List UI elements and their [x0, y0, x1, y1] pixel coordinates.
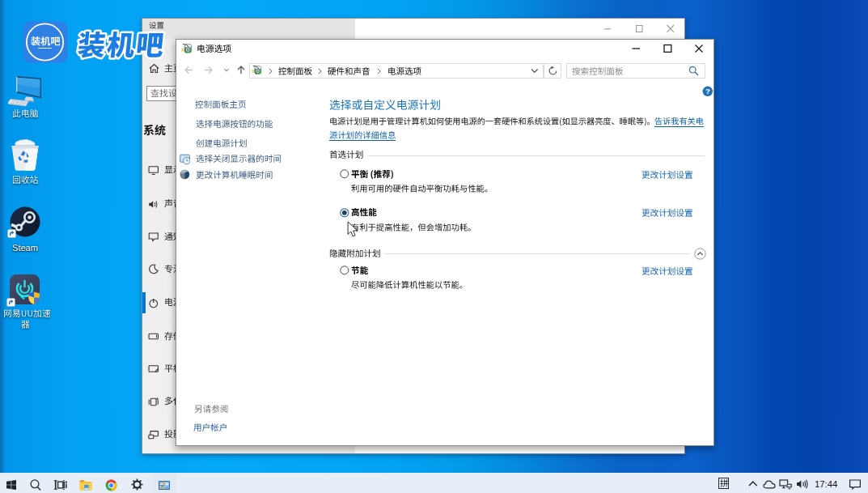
svg-text:?: ?: [705, 87, 710, 96]
